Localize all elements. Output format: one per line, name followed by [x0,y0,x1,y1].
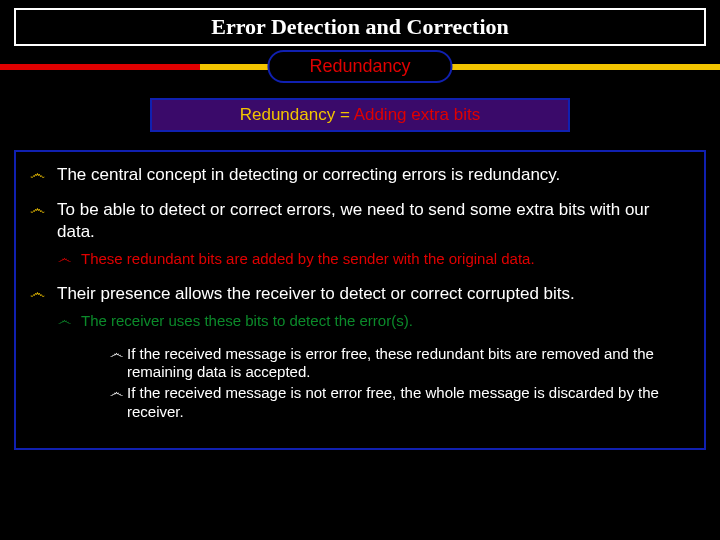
swirl-icon: ෴ [30,164,45,184]
bullet-level1: ෴ To be able to detect or correct errors… [30,199,690,242]
content-box: ෴ The central concept in detecting or co… [14,150,706,450]
accent-stripe-row: Redundancy [0,50,720,84]
swirl-icon: ෴ [58,250,71,268]
bullet-level3: ෴ If the received message is not error f… [110,384,690,422]
bullet-text: These redundant bits are added by the se… [81,250,535,269]
equation-right: Adding extra bits [354,105,481,124]
swirl-icon: ෴ [110,384,123,402]
bullet-level2: ෴ These redundant bits are added by the … [58,250,690,269]
title-bar: Error Detection and Correction [14,8,706,46]
slide: Error Detection and Correction Redundanc… [0,8,720,540]
bullet-text: If the received message is not error fre… [127,384,690,422]
bullet-text: The receiver uses these bits to detect t… [81,312,413,331]
bullet-level1: ෴ Their presence allows the receiver to … [30,283,690,304]
bullet-level2: ෴ The receiver uses these bits to detect… [58,312,690,331]
swirl-icon: ෴ [30,199,45,219]
swirl-icon: ෴ [58,312,71,330]
equation-left: Redundancy = [240,105,354,124]
swirl-icon: ෴ [110,345,123,363]
slide-title: Error Detection and Correction [211,14,509,39]
bullet-level3: ෴ If the received message is error free,… [110,345,690,383]
bullet-text: If the received message is error free, t… [127,345,690,383]
bullet-group: ෴ To be able to detect or correct errors… [30,199,690,268]
subtitle-pill: Redundancy [267,50,452,83]
equation-box: Redundancy = Adding extra bits [150,98,570,132]
bullet-text: Their presence allows the receiver to de… [57,283,575,304]
bullet-text: To be able to detect or correct errors, … [57,199,690,242]
bullet-text: The central concept in detecting or corr… [57,164,560,185]
subtitle-text: Redundancy [309,56,410,76]
bullet-level1: ෴ The central concept in detecting or co… [30,164,690,185]
bullet-group: ෴ Their presence allows the receiver to … [30,283,690,422]
swirl-icon: ෴ [30,283,45,303]
